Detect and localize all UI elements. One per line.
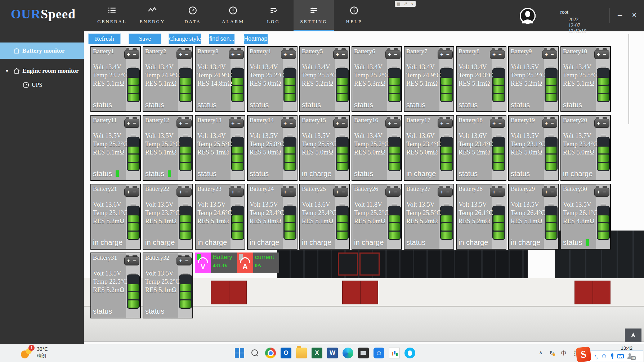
battery-card[interactable]: Battery13 + − Volt 13.4V Temp 25.5°C RES…: [195, 115, 245, 181]
battery-card[interactable]: Battery26 + − Volt 11.8V Temp 25.2°C RES…: [352, 184, 402, 250]
taskbar-icon-outlook[interactable]: [281, 348, 291, 358]
heatmap-button[interactable]: Heatmap: [243, 33, 268, 44]
battery-card[interactable]: Battery9 + − Volt 13.5V Temp 25.2°C RES …: [508, 46, 559, 112]
battery-card[interactable]: Battery15 + − Volt 13.5V Temp 25.5°C RES…: [299, 115, 350, 181]
ime-punctuation-icon[interactable]: ’,: [595, 353, 598, 359]
taskbar-icon-word[interactable]: [327, 348, 338, 358]
tray-sync-icon[interactable]: ↻: [549, 350, 554, 356]
battery-card[interactable]: Battery14 + − Volt 13.5V Temp 25.8°C RES…: [247, 115, 298, 181]
battery-plus-minus-button[interactable]: + −: [490, 48, 505, 59]
sidebar-item-battery-monitor[interactable]: Battery monitor: [0, 43, 84, 59]
battery-card[interactable]: Battery25 + − Volt 13.6V Temp 23.4°C RES…: [299, 184, 350, 250]
battery-card[interactable]: Battery19 + − Volt 13.5V Temp 23.1°C RES…: [508, 115, 559, 181]
taskbar-icon-excel[interactable]: [312, 348, 322, 358]
chevron-down-icon[interactable]: ∨: [411, 1, 414, 6]
sogou-logo[interactable]: S: [576, 347, 591, 362]
battery-plus-minus-button[interactable]: + −: [229, 186, 244, 197]
scene-navigation-control[interactable]: [625, 329, 641, 342]
battery-plus-minus-button[interactable]: + −: [438, 186, 453, 197]
battery-plus-minus-button[interactable]: + −: [281, 48, 296, 59]
battery-card[interactable]: Battery28 + − Volt 13.5V Temp 26.1°C RES…: [456, 184, 506, 250]
change-style-button[interactable]: Change style: [169, 33, 201, 44]
tray-clock[interactable]: 13:42: [621, 345, 632, 351]
taskbar-icon-messenger[interactable]: [374, 348, 384, 358]
battery-card[interactable]: Battery8 + − Volt 13.4V Temp 24.3°C RES …: [456, 46, 506, 112]
battery-plus-minus-button[interactable]: + −: [176, 255, 192, 265]
battery-card[interactable]: Battery17 + − Volt 13.6V Temp 23.4°C RES…: [404, 115, 454, 181]
emoji-icon[interactable]: ☺: [601, 353, 607, 360]
refresh-button[interactable]: Refresh: [88, 33, 121, 44]
battery-plus-minus-button[interactable]: + −: [124, 117, 139, 128]
battery-plus-minus-button[interactable]: + −: [542, 186, 557, 197]
battery-plus-minus-button[interactable]: + −: [594, 48, 609, 59]
battery-plus-minus-button[interactable]: + −: [229, 117, 244, 128]
battery-card[interactable]: Battery32 + − Volt 13.5V Temp 25.2°C RES…: [143, 252, 193, 318]
tab-alarm[interactable]: ALARM: [213, 0, 253, 31]
tab-general[interactable]: GENERAL: [92, 0, 132, 31]
capture-mini-toolbar[interactable]: ▦ ↗ ∨: [395, 1, 416, 7]
battery-plus-minus-button[interactable]: + −: [124, 48, 139, 59]
battery-card[interactable]: Battery10 + − Volt 13.4V Temp 25.5°C RES…: [560, 46, 611, 112]
save-button[interactable]: Save: [129, 33, 161, 44]
find-sensor-button[interactable]: find sen...: [209, 33, 235, 44]
avatar[interactable]: [519, 8, 536, 24]
taskbar-weather-widget[interactable]: 1 30°C 晴朗: [21, 346, 48, 359]
microphone-icon[interactable]: [611, 353, 614, 359]
battery-card[interactable]: Battery30 + − Volt 13.5V Temp 26.1°C RES…: [560, 184, 611, 250]
battery-plus-minus-button[interactable]: + −: [385, 117, 401, 128]
battery-card[interactable]: Battery20 + − Volt 13.7V Temp 23.4°C RES…: [560, 115, 611, 181]
tray-language-zhong[interactable]: 中: [561, 350, 567, 357]
taskbar-icon-search[interactable]: [250, 348, 260, 358]
battery-plus-minus-button[interactable]: + −: [124, 255, 139, 265]
keyboard-icon[interactable]: [617, 354, 624, 358]
taskbar-icon-terminal[interactable]: [358, 348, 369, 358]
expand-icon[interactable]: ↗: [404, 1, 407, 6]
battery-plus-minus-button[interactable]: + −: [385, 186, 401, 197]
tab-setting[interactable]: SETTING: [294, 0, 334, 31]
battery-plus-minus-button[interactable]: + −: [333, 186, 348, 197]
battery-plus-minus-button[interactable]: + −: [542, 117, 557, 128]
taskbar-icon-file-explorer[interactable]: [296, 348, 307, 358]
person-icon[interactable]: 10: [627, 353, 633, 359]
battery-card[interactable]: Battery12 + − Volt 13.5V Temp 25.2°C RES…: [143, 115, 193, 181]
battery-card[interactable]: Battery24 + − Volt 13.5V Temp 23.4°C RES…: [247, 184, 298, 250]
grid-icon[interactable]: ▦: [397, 1, 400, 6]
tab-log[interactable]: LOG: [253, 0, 294, 31]
battery-plus-minus-button[interactable]: + −: [542, 48, 557, 59]
tab-data[interactable]: DATA: [173, 0, 213, 31]
battery-card[interactable]: Battery18 + − Volt 13.6V Temp 23.4°C RES…: [456, 115, 506, 181]
battery-card[interactable]: Battery11 + − Volt 13.5V Temp 25.2°C RES…: [90, 115, 141, 181]
battery-plus-minus-button[interactable]: + −: [333, 48, 348, 59]
battery-plus-minus-button[interactable]: + −: [281, 117, 296, 128]
battery-plus-minus-button[interactable]: + −: [333, 117, 348, 128]
sidebar-item-engine-room-monitor[interactable]: ▼ Engine room monitor: [0, 64, 84, 78]
battery-card[interactable]: Battery1 + − Volt 13.4V Temp 23.7°C RES …: [90, 46, 141, 112]
tree-expander-icon[interactable]: ▼: [5, 64, 9, 78]
battery-card[interactable]: Battery2 + − Volt 13.4V Temp 24.9°C RES …: [143, 46, 193, 112]
taskbar-icon-stats[interactable]: [389, 348, 400, 358]
battery-plus-minus-button[interactable]: + −: [594, 117, 609, 128]
battery-card[interactable]: Battery27 + − Volt 13.5V Temp 25.5°C RES…: [404, 184, 454, 250]
battery-card[interactable]: Battery22 + − Volt 13.5V Temp 23.7°C RES…: [143, 184, 193, 250]
close-button[interactable]: ×: [629, 10, 640, 21]
taskbar-icon-windows[interactable]: [234, 348, 245, 358]
battery-card[interactable]: Battery16 + − Volt 13.4V Temp 25.2°C RES…: [352, 115, 402, 181]
vertical-scrollbar[interactable]: [628, 34, 629, 124]
battery-plus-minus-button[interactable]: + −: [124, 186, 139, 197]
battery-plus-minus-button[interactable]: + −: [594, 186, 609, 197]
battery-plus-minus-button[interactable]: + −: [438, 117, 453, 128]
taskbar-icon-edge[interactable]: [343, 348, 353, 358]
tray-chevron-up-icon[interactable]: ∧: [539, 350, 542, 355]
battery-card[interactable]: Battery31 + − Volt 13.5V Temp 22.5°C RES…: [90, 252, 141, 318]
battery-card[interactable]: Battery21 + − Volt 13.6V Temp 23.1°C RES…: [90, 184, 141, 250]
battery-card[interactable]: Battery5 + − Volt 13.4V Temp 25.5°C RES …: [299, 46, 350, 112]
battery-card[interactable]: Battery6 + − Volt 13.4V Temp 25.2°C RES …: [352, 46, 402, 112]
battery-card[interactable]: Battery29 + − Volt 13.5V Temp 26.4°C RES…: [508, 184, 559, 250]
taskbar-icon-chrome[interactable]: [265, 348, 276, 358]
battery-plus-minus-button[interactable]: + −: [490, 186, 505, 197]
battery-card[interactable]: Battery7 + − Volt 13.4V Temp 24.9°C RES …: [404, 46, 454, 112]
battery-plus-minus-button[interactable]: + −: [176, 48, 192, 59]
battery-plus-minus-button[interactable]: + −: [176, 186, 192, 197]
minimize-button[interactable]: –: [614, 10, 625, 21]
battery-plus-minus-button[interactable]: + −: [490, 117, 505, 128]
